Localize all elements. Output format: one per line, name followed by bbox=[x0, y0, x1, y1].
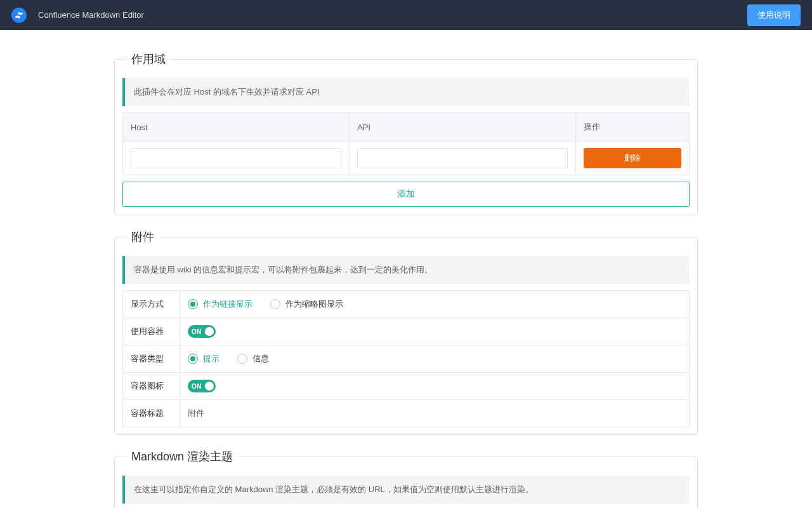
scope-legend: 作用域 bbox=[126, 51, 171, 67]
attach-legend: 附件 bbox=[126, 229, 159, 244]
switch-use-container[interactable]: ON bbox=[188, 325, 216, 338]
col-action: 操作 bbox=[576, 113, 690, 142]
app-title: Confluence Markdown Editor bbox=[38, 10, 144, 20]
theme-legend: Markdown 渲染主题 bbox=[126, 449, 238, 464]
delete-button[interactable]: 删除 bbox=[584, 148, 681, 168]
add-button[interactable]: 添加 bbox=[122, 182, 690, 207]
switch-container-icon[interactable]: ON bbox=[188, 380, 216, 392]
radio-icon bbox=[188, 354, 198, 364]
radio-icon bbox=[188, 299, 198, 309]
attach-tip: 容器是使用 wiki 的信息宏和提示宏，可以将附件包裹起来，达到一定的美化作用。 bbox=[122, 256, 690, 284]
radio-icon bbox=[270, 299, 280, 309]
theme-section: Markdown 渲染主题 在这里可以指定你自定义的 Markdown 渲染主题… bbox=[114, 449, 698, 508]
help-button[interactable]: 使用说明 bbox=[747, 4, 801, 26]
attach-section: 附件 容器是使用 wiki 的信息宏和提示宏，可以将附件包裹起来，达到一定的美化… bbox=[114, 229, 698, 435]
label-container-type: 容器类型 bbox=[123, 345, 180, 372]
table-row: 删除 bbox=[123, 142, 690, 175]
radio-link[interactable]: 作为链接显示 bbox=[188, 298, 252, 310]
label-display-mode: 显示方式 bbox=[123, 291, 180, 318]
radio-icon bbox=[237, 354, 247, 364]
logo-icon bbox=[11, 8, 27, 23]
header: Confluence Markdown Editor 使用说明 bbox=[0, 0, 812, 30]
host-input[interactable] bbox=[131, 148, 341, 168]
col-host: Host bbox=[123, 113, 350, 142]
label-use-container: 使用容器 bbox=[123, 318, 180, 345]
label-container-title: 容器标题 bbox=[123, 400, 180, 427]
col-api: API bbox=[350, 113, 576, 142]
radio-info[interactable]: 信息 bbox=[237, 353, 269, 364]
radio-tip[interactable]: 提示 bbox=[188, 353, 219, 364]
radio-thumbnail[interactable]: 作为缩略图显示 bbox=[270, 298, 343, 310]
container-title-input[interactable] bbox=[188, 404, 681, 423]
theme-tip: 在这里可以指定你自定义的 Markdown 渲染主题，必须是有效的 URL，如果… bbox=[122, 476, 690, 504]
scope-section: 作用域 此插件会在对应 Host 的域名下生效并请求对应 API Host AP… bbox=[114, 51, 698, 215]
label-container-icon: 容器图标 bbox=[123, 373, 180, 399]
scope-tip: 此插件会在对应 Host 的域名下生效并请求对应 API bbox=[122, 78, 690, 106]
api-input[interactable] bbox=[357, 148, 568, 168]
